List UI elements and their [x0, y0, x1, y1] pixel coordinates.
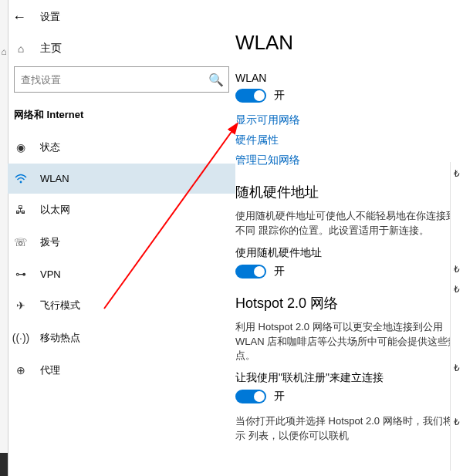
svg-point-0	[20, 181, 22, 183]
sidebar-item-proxy[interactable]: ⊕ 代理	[8, 354, 235, 387]
link-hardware-props[interactable]: 硬件属性	[235, 133, 463, 147]
hotspot-toggle-label: 让我使用"联机注册"来建立连接	[235, 371, 463, 385]
home-label: 主页	[40, 42, 62, 56]
strip-home-icon: ⌂	[0, 43, 8, 60]
home-nav[interactable]: ⌂ 主页	[8, 34, 235, 63]
sidebar-item-label: 代理	[40, 363, 60, 377]
sidebar-item-label: 以太网	[40, 203, 70, 217]
random-toggle-label: 使用随机硬件地址	[235, 246, 463, 260]
sidebar-item-label: VPN	[40, 268, 61, 280]
wlan-toggle[interactable]	[235, 89, 266, 103]
sidebar-item-label: 移动热点	[40, 331, 80, 345]
sidebar-item-hotspot[interactable]: ((·)) 移动热点	[8, 322, 235, 354]
main-panel: WLAN WLAN 开 显示可用网络 硬件属性 管理已知网络 随机硬件地址 使用…	[235, 0, 463, 476]
wlan-label: WLAN	[235, 72, 463, 84]
sidebar-item-status[interactable]: ◉ 状态	[8, 131, 235, 164]
link-show-networks[interactable]: 显示可用网络	[235, 113, 463, 127]
random-toggle-state: 开	[274, 265, 285, 279]
sidebar: ← 设置 ⌂ 主页 🔍 网络和 Internet ◉ 状态 WLAN 🖧	[8, 0, 235, 476]
sidebar-item-wlan[interactable]: WLAN	[8, 164, 235, 194]
hotspot-toggle-state: 开	[274, 390, 285, 403]
proxy-icon: ⊕	[14, 364, 28, 376]
hotspot-heading: Hotspot 2.0 网络	[235, 294, 463, 312]
search-box[interactable]: 🔍	[14, 66, 229, 93]
search-input[interactable]	[15, 74, 204, 86]
wifi-icon	[14, 174, 28, 184]
link-manage-known[interactable]: 管理已知网络	[235, 154, 463, 167]
hotspot-desc2: 当你打开此项并选择 Hotspot 2.0 网络时，我们将显示 列表，以便你可以…	[235, 414, 463, 444]
random-toggle[interactable]	[235, 265, 266, 279]
nav-group-heading: 网络和 Internet	[8, 103, 235, 131]
right-clip-strip: ₺ ₺ ₺ ₺ ₺	[450, 162, 463, 471]
hotspot-icon: ((·))	[14, 332, 28, 344]
page-title: WLAN	[235, 31, 463, 55]
random-desc: 使用随机硬件地址可使他人不能轻易地在你连接到不同 跟踪你的位置。此设置适用于新连…	[235, 209, 463, 238]
sidebar-item-vpn[interactable]: ⊶ VPN	[8, 258, 235, 289]
wlan-toggle-state: 开	[274, 89, 285, 103]
sidebar-item-label: 飞行模式	[40, 299, 80, 312]
status-icon: ◉	[14, 141, 28, 154]
hotspot-toggle[interactable]	[235, 390, 266, 403]
app-title: 设置	[40, 10, 60, 24]
back-button[interactable]: ←	[12, 9, 26, 25]
airplane-icon: ✈	[14, 299, 28, 312]
sidebar-item-label: 拨号	[40, 235, 60, 249]
dialup-icon: ☏	[14, 236, 28, 248]
sidebar-item-ethernet[interactable]: 🖧 以太网	[8, 194, 235, 226]
sidebar-item-label: 状态	[40, 140, 60, 154]
vpn-icon: ⊶	[14, 268, 28, 280]
ethernet-icon: 🖧	[14, 204, 28, 216]
sidebar-item-dialup[interactable]: ☏ 拨号	[8, 226, 235, 258]
random-heading: 随机硬件地址	[235, 183, 463, 201]
search-icon: 🔍	[204, 73, 228, 87]
strip-dark	[0, 453, 8, 476]
sidebar-item-airplane[interactable]: ✈ 飞行模式	[8, 289, 235, 322]
home-icon: ⌂	[14, 42, 28, 55]
hotspot-desc: 利用 Hotspot 2.0 网络可以更安全地连接到公用 WLAN 店和咖啡店等…	[235, 320, 463, 364]
sidebar-item-label: WLAN	[40, 173, 69, 184]
nav-list: ◉ 状态 WLAN 🖧 以太网 ☏ 拨号 ⊶ VPN ✈	[8, 131, 235, 387]
